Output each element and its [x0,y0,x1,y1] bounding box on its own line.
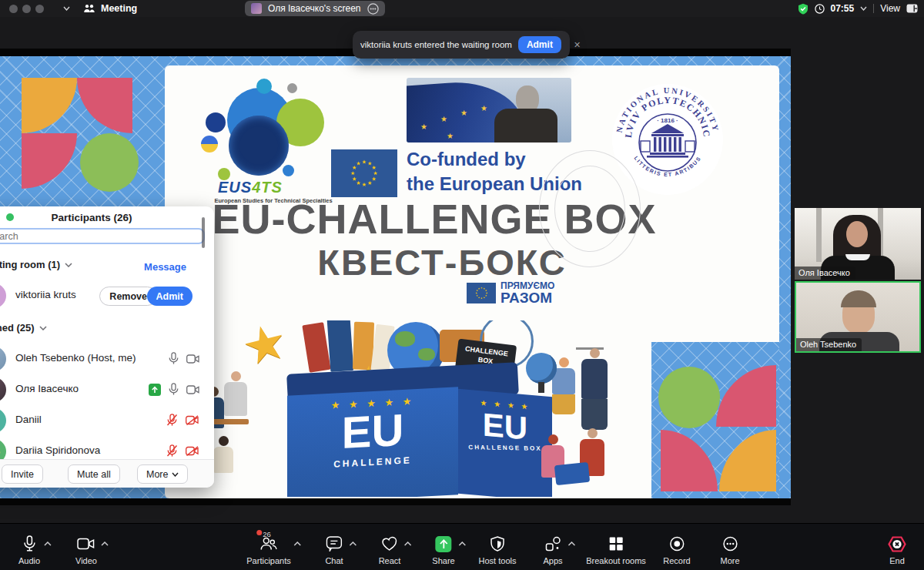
video-camera-icon [75,534,97,554]
participants-button[interactable]: 26 Participants [246,534,290,565]
window-minimize-button[interactable] [22,5,31,13]
participant-hair [841,290,876,307]
microphone-muted-icon[interactable] [166,414,178,427]
avatar [0,408,6,433]
star-icon: ★ [420,122,427,131]
invite-button[interactable]: Invite [2,464,43,484]
chevron-up-icon[interactable] [404,542,412,546]
window-zoom-button[interactable] [35,5,44,13]
participant-name: Dariia Spiridonova [15,444,100,456]
microphone-muted-icon[interactable] [166,444,178,458]
shared-screen-title: Оля Івасечко's screen [268,3,361,14]
menubar-app-title[interactable]: Meeting [101,3,137,14]
view-menu-label[interactable]: View [880,3,900,14]
window-close-button[interactable] [9,5,18,13]
chevron-down-icon [172,472,179,477]
end-button[interactable]: End [888,534,906,565]
chevron-up-icon[interactable] [44,542,52,546]
chevron-up-icon[interactable] [101,542,109,546]
microphone-icon[interactable] [169,383,179,396]
participant-face [846,221,868,247]
breakout-rooms-button[interactable]: Breakout rooms [586,534,646,565]
share-button[interactable]: Share [432,534,454,565]
admit-button[interactable]: Admit [518,36,561,53]
apps-button[interactable]: Apps [543,534,562,565]
more-ellipsis-icon [720,534,739,554]
decor-quarter-pink [77,78,132,133]
box-front-face: ★ ★ ★ ★ ★ EU CHALLENGE [287,387,458,497]
blue-book [554,462,590,485]
eu-flag [331,149,397,197]
pryamuyemo-razom-badge: ПРЯМУЄМО РАЗОМ [467,281,554,305]
video-camera-off-icon[interactable] [186,415,199,425]
decor-tiles-right [651,342,779,498]
participants-panel: Participants (26) Waiting room (1) Messa… [0,206,214,488]
chevron-up-icon[interactable] [458,542,466,546]
heart-icon [379,534,401,554]
person-figure [213,436,233,473]
participant-row[interactable]: Оля Івасечко [0,374,214,405]
host-tools-button[interactable]: Host tools [479,534,517,565]
decor-quarter-pink [661,430,718,491]
chevron-up-icon[interactable] [293,542,301,546]
notification-text: viktoriia kruts entered the waiting room [360,40,512,49]
message-link[interactable]: Message [139,260,191,273]
audio-button[interactable]: Audio [18,534,40,565]
box-caption: CHALLENGE BOX [458,444,552,452]
microphone-icon[interactable] [169,352,179,365]
security-shield-icon[interactable] [798,3,808,15]
waiting-participant-row[interactable]: viktoriia kruts Remove Admit [0,280,214,311]
joined-section-header[interactable]: Joined (25) [0,322,47,334]
close-icon[interactable]: ✕ [569,39,585,51]
search-input[interactable] [0,228,205,244]
admit-button[interactable]: Admit [147,287,192,306]
book [327,320,354,372]
pill-more-icon[interactable] [367,3,379,15]
mute-all-button[interactable]: Mute all [68,464,120,484]
participant-name: Оля Івасечко [15,383,79,394]
record-button[interactable]: Record [663,534,690,565]
red-dot [256,530,262,535]
star-icon: ★ [440,115,447,123]
video-camera-icon[interactable] [186,385,199,394]
menubar-divider [873,4,874,13]
chevron-up-icon[interactable] [349,542,357,546]
video-tile-oleh[interactable]: Oleh Tsebenko [795,281,921,353]
more-button[interactable]: More [720,534,739,565]
logo-eu-circle [206,112,226,132]
clock-icon [815,4,825,14]
box-side-face: ★ ★ ★ ★ EU CHALLENGE BOX [458,389,552,497]
menubar-time[interactable]: 07:55 [831,3,855,14]
chevron-down-icon[interactable] [63,6,70,11]
avatar [0,283,6,308]
participant-row[interactable]: Oleh Tsebenko (Host, me) [0,344,214,374]
participant-name: Daniil [15,414,42,425]
react-button[interactable]: React [379,534,401,565]
shared-screen-pill[interactable]: Оля Івасечко's screen [245,1,385,16]
chevron-up-icon[interactable] [567,542,575,546]
video-camera-icon[interactable] [186,354,199,364]
participant-row[interactable]: Daniil [0,405,214,436]
challenge-box-illustration: ★ CHALLENGEBOX ★ [196,320,643,497]
portrait-suit [494,109,557,142]
person-figure [224,371,247,416]
waiting-room-section-header[interactable]: Waiting room (1) [0,259,72,270]
decor-quarter-orange [719,430,776,491]
scrollbar[interactable] [202,217,205,248]
video-tile-olya[interactable]: Оля Івасечко [795,208,921,280]
chat-button[interactable]: Chat [325,534,343,565]
chevron-down-icon [65,263,72,267]
jean-monnet-banner-photo: ★ ★ ★ ★ ★ ★ ★ [407,78,571,142]
video-camera-off-icon[interactable] [186,446,199,456]
star-icon: ★ [236,320,293,377]
avatar [0,377,6,402]
view-layout-icon[interactable] [906,4,918,13]
meeting-people-icon [83,4,95,14]
video-button[interactable]: Video [75,534,97,565]
window-frame [816,208,822,262]
more-button[interactable]: More [137,464,188,484]
time-chevron-down-icon[interactable] [860,6,867,11]
video-thumbnails: Оля Івасечко Oleh Tsebenko [795,208,921,353]
eu-flag [467,283,496,303]
decor-circle-green [80,133,139,192]
